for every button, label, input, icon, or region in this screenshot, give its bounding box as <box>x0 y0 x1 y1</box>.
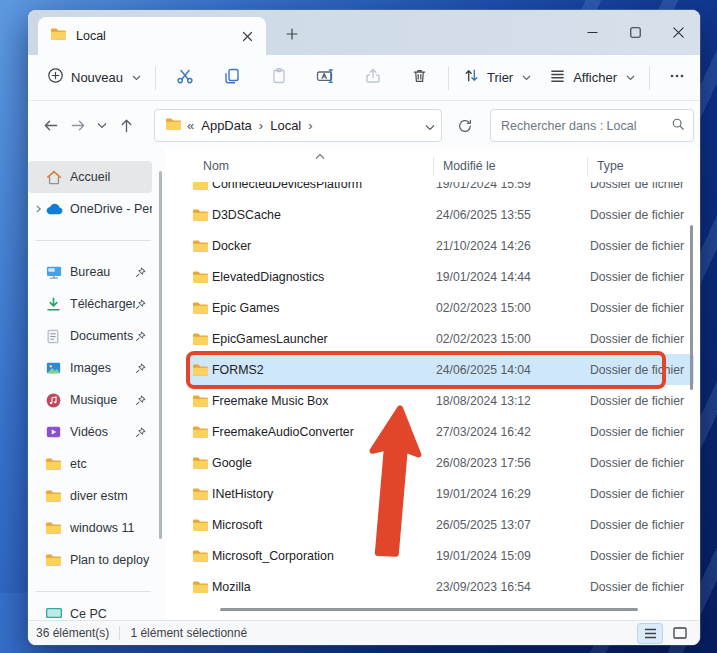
file-type: Dossier de fichier <box>590 363 694 377</box>
breadcrumb-appdata[interactable]: AppData <box>199 118 254 133</box>
tab-local[interactable]: Local <box>38 17 266 55</box>
file-row-mozilla[interactable]: Mozilla23/09/2023 16:54Dossier de fichie… <box>186 571 694 602</box>
file-row-docker[interactable]: Docker21/10/2024 14:26Dossier de fichier <box>186 230 694 261</box>
pin-icon <box>135 363 152 374</box>
column-header-modified[interactable]: Modifié le <box>443 159 496 173</box>
address-bar[interactable]: « AppData › Local › <box>154 109 442 142</box>
sidebar-item-windows-11[interactable]: windows 11 <box>28 512 152 544</box>
breadcrumb-local[interactable]: Local <box>268 118 303 133</box>
cut-button[interactable] <box>161 61 208 95</box>
file-row-freemakeaudioconverter[interactable]: FreemakeAudioConverter27/03/2024 16:42Do… <box>186 416 694 447</box>
maximize-button[interactable] <box>614 10 657 54</box>
file-name: Microsoft <box>212 518 436 532</box>
sidebar-item-bureau[interactable]: Bureau <box>28 256 152 288</box>
copy-button[interactable] <box>208 61 255 95</box>
refresh-button[interactable] <box>450 111 480 141</box>
sidebar-item-diver-estm[interactable]: diver estm <box>28 480 152 512</box>
sidebar-item-plan-to-deploy-f[interactable]: Plan to deploy F <box>28 544 152 576</box>
folder-icon <box>45 489 64 503</box>
paste-button <box>255 61 302 95</box>
up-button[interactable] <box>112 111 140 141</box>
file-row-epicgameslauncher[interactable]: EpicGamesLauncher02/02/2023 15:00Dossier… <box>186 323 694 354</box>
folder-icon <box>165 117 182 135</box>
sidebar-item-label: Musique <box>70 393 135 407</box>
details-view-button[interactable] <box>638 624 662 643</box>
sidebar-divider <box>36 591 151 592</box>
thumbnail-view-button[interactable] <box>668 624 692 643</box>
column-header-type[interactable]: Type <box>597 159 624 173</box>
column-divider[interactable] <box>433 157 434 176</box>
search-icon[interactable] <box>671 117 685 135</box>
sidebar-item-ce-pc[interactable]: Ce PC <box>28 607 152 619</box>
recent-locations-chevron-icon[interactable] <box>92 111 112 141</box>
file-row-freemake-music-box[interactable]: Freemake Music Box18/08/2024 13:12Dossie… <box>186 385 694 416</box>
minimize-button[interactable] <box>571 10 614 54</box>
address-dropdown-chevron-icon[interactable] <box>425 117 435 135</box>
sidebar-item-label: Documents <box>70 329 135 343</box>
file-name: Google <box>212 456 436 470</box>
see-more-button[interactable] <box>655 61 700 95</box>
folder-icon <box>50 27 67 45</box>
address-row: « AppData › Local › <box>28 102 700 149</box>
back-button[interactable] <box>36 111 64 141</box>
folder-icon <box>186 332 212 346</box>
view-button[interactable]: Afficher <box>540 61 644 95</box>
new-button[interactable]: Nouveau <box>38 61 150 95</box>
breadcrumb-separator: › <box>303 118 317 133</box>
tab-title: Local <box>76 29 236 43</box>
sort-button[interactable]: Trier <box>454 61 540 95</box>
file-row-forms2[interactable]: FORMS224/06/2025 14:04Dossier de fichier <box>186 354 694 385</box>
file-row-epic-games[interactable]: Epic Games02/02/2023 15:00Dossier de fic… <box>186 292 694 323</box>
navigation-pane: AccueilOneDrive - PersBureauTéléchargemD… <box>28 149 165 620</box>
sidebar-item-téléchargem[interactable]: Téléchargem <box>28 288 152 320</box>
delete-button[interactable] <box>396 61 443 95</box>
sidebar-item-accueil[interactable]: Accueil <box>28 161 152 193</box>
sidebar-item-label: Vidéos <box>70 425 135 439</box>
sidebar-items: AccueilOneDrive - PersBureauTéléchargemD… <box>28 161 165 619</box>
sidebar-item-label: Accueil <box>70 170 152 184</box>
file-type: Dossier de fichier <box>590 456 694 470</box>
search-input[interactable] <box>501 119 671 133</box>
toolbar-actions <box>161 61 443 95</box>
rename-button[interactable] <box>302 61 349 95</box>
horizontal-scrollbar[interactable] <box>220 608 638 611</box>
status-divider <box>119 626 120 640</box>
share-button <box>349 61 396 95</box>
chevron-right-icon[interactable] <box>32 204 45 214</box>
file-type: Dossier de fichier <box>590 208 694 222</box>
sidebar-item-etc[interactable]: etc <box>28 448 152 480</box>
new-tab-button[interactable] <box>280 22 304 46</box>
file-row-microsoft[interactable]: Microsoft26/05/2025 13:07Dossier de fich… <box>186 509 694 540</box>
column-header-name[interactable]: Nom <box>203 159 229 173</box>
column-divider[interactable] <box>587 157 588 176</box>
close-button[interactable] <box>657 10 700 54</box>
sidebar-item-vidéos[interactable]: Vidéos <box>28 416 152 448</box>
file-row-inethistory[interactable]: INetHistory19/01/2024 16:29Dossier de fi… <box>186 478 694 509</box>
breadcrumb-prefix: « <box>182 118 199 133</box>
command-bar: Nouveau Trier Afficher <box>28 55 700 101</box>
sidebar-item-musique[interactable]: Musique <box>28 384 152 416</box>
folder-icon <box>186 549 212 563</box>
file-row-google[interactable]: Google26/08/2023 17:56Dossier de fichier <box>186 447 694 478</box>
file-row-d3dscache[interactable]: D3DSCache24/06/2025 13:55Dossier de fich… <box>186 199 694 230</box>
file-row-elevateddiagnostics[interactable]: ElevatedDiagnostics19/01/2024 14:44Dossi… <box>186 261 694 292</box>
tab-bar: Local <box>28 10 700 55</box>
file-name: FreemakeAudioConverter <box>212 425 436 439</box>
video-icon <box>45 424 64 440</box>
sidebar-item-onedrive-pers[interactable]: OneDrive - Pers <box>28 193 152 225</box>
sidebar-item-label: OneDrive - Pers <box>70 202 152 216</box>
file-modified-date: 27/03/2024 16:42 <box>436 425 590 439</box>
sidebar-scrollbar[interactable] <box>159 171 162 539</box>
vertical-scrollbar[interactable] <box>690 225 693 390</box>
file-modified-date: 26/08/2023 17:56 <box>436 456 590 470</box>
sidebar-item-documents[interactable]: Documents <box>28 320 152 352</box>
sidebar-item-label: Images <box>70 361 135 375</box>
file-row-microsoft-corporation[interactable]: Microsoft_Corporation19/01/2024 15:09Dos… <box>186 540 694 571</box>
file-row-connecteddevicesplatform[interactable]: ConnectedDevicesPlatform19/01/2024 15:59… <box>186 182 694 199</box>
file-name: Mozilla <box>212 580 436 594</box>
breadcrumb-separator: › <box>254 118 268 133</box>
tab-close-icon[interactable] <box>236 25 258 47</box>
sidebar-item-images[interactable]: Images <box>28 352 152 384</box>
forward-button[interactable] <box>64 111 92 141</box>
folder-icon <box>186 425 212 439</box>
